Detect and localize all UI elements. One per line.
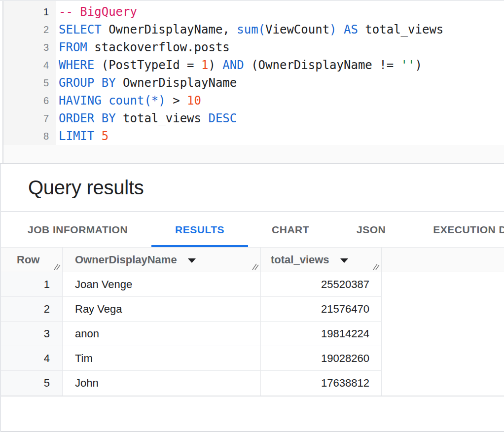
line-number: 7 — [3, 109, 49, 127]
code-token: (OwnerDisplayName != — [244, 58, 401, 72]
line-number: 4 — [3, 56, 49, 74]
code-token: ORDER BY — [59, 111, 116, 125]
results-footer-area — [1, 397, 504, 432]
line-number: 2 — [3, 21, 49, 38]
tab-json[interactable]: JSON — [333, 212, 409, 247]
code-token: SELECT — [59, 23, 102, 36]
tab-label: EXECUTION DETAILS — [433, 224, 504, 236]
code-line[interactable]: HAVING count(*) > 10 — [59, 92, 504, 109]
query-results-panel: Query results JOB INFORMATIONRESULTSCHAR… — [0, 164, 504, 432]
code-line[interactable]: GROUP BY OwnerDisplayName — [59, 74, 504, 92]
tab-execution-details[interactable]: EXECUTION DETAILS — [409, 212, 504, 247]
code-token: GROUP BY — [59, 76, 116, 90]
sql-editor-inner: 12345678 -- BigQuerySELECT OwnerDisplayN… — [2, 1, 504, 163]
filler-cell — [382, 297, 504, 322]
tab-results[interactable]: RESULTS — [151, 212, 248, 247]
results-tab-bar: JOB INFORMATIONRESULTSCHARTJSONEXECUTION… — [1, 212, 504, 248]
code-line[interactable]: ORDER BY total_views DESC — [59, 109, 504, 127]
tab-label: CHART — [272, 224, 309, 236]
filler-cell — [382, 346, 504, 371]
code-line[interactable]: LIMIT 5 — [59, 127, 504, 145]
total-views-cell: 21576470 — [261, 297, 382, 322]
code-token — [337, 23, 344, 36]
results-table: Row OwnerDisplayName total_views — [1, 248, 504, 396]
sort-dropdown-icon[interactable] — [340, 258, 348, 263]
tab-label: JSON — [357, 224, 386, 236]
tab-label: JOB INFORMATION — [28, 224, 128, 236]
code-token: > — [166, 94, 187, 108]
code-token: OwnerDisplayName, — [102, 23, 237, 36]
bigquery-query-panel: 12345678 -- BigQuerySELECT OwnerDisplayN… — [0, 0, 504, 433]
row-number-cell: 5 — [1, 371, 63, 396]
row-number-cell: 2 — [1, 297, 63, 322]
code-token: sum( — [237, 23, 265, 36]
column-label: OwnerDisplayName — [75, 253, 177, 266]
column-resize-handle[interactable] — [252, 263, 259, 270]
total-views-cell: 19814224 — [261, 322, 382, 346]
code-token: LIMIT — [59, 129, 94, 143]
code-token: -- BigQuery — [59, 5, 137, 19]
code-token: stackoverflow.posts — [87, 40, 230, 54]
editor-scrollbar-area[interactable] — [3, 145, 504, 163]
code-line[interactable]: SELECT OwnerDisplayName, sum(ViewCount) … — [59, 21, 504, 38]
line-number: 3 — [3, 38, 49, 56]
code-token: ) — [415, 58, 422, 72]
code-token: 1 — [201, 58, 208, 72]
code-token — [102, 94, 108, 108]
owner-name-cell: John — [63, 371, 261, 396]
code-token: count(*) — [108, 94, 166, 108]
editor-code-area[interactable]: -- BigQuerySELECT OwnerDisplayName, sum(… — [56, 1, 504, 145]
code-token: WHERE — [59, 58, 94, 72]
code-line[interactable]: WHERE (PostTypeId = 1) AND (OwnerDisplay… — [59, 56, 504, 74]
owner-name-cell: Joan Venge — [63, 272, 261, 297]
column-label: total_views — [271, 253, 329, 266]
code-token: AND — [222, 58, 244, 72]
code-line[interactable]: -- BigQuery — [59, 3, 504, 21]
code-line[interactable]: FROM stackoverflow.posts — [59, 38, 504, 56]
code-token: '' — [401, 58, 415, 72]
query-results-header: Query results — [1, 164, 504, 212]
sort-dropdown-icon[interactable] — [188, 258, 196, 263]
column-header-ownerdisplayname[interactable]: OwnerDisplayName — [63, 248, 261, 272]
query-results-title: Query results — [28, 177, 144, 199]
tab-job-information[interactable]: JOB INFORMATION — [4, 212, 151, 247]
column-header-filler — [382, 248, 504, 272]
code-token — [94, 129, 101, 143]
code-token: DESC — [208, 111, 237, 125]
line-number: 5 — [3, 74, 49, 92]
editor-gutter: 12345678 — [3, 1, 56, 145]
total-views-cell: 25520387 — [261, 272, 382, 297]
sql-editor-main: 12345678 -- BigQuerySELECT OwnerDisplayN… — [3, 1, 504, 145]
column-resize-handle[interactable] — [54, 263, 61, 270]
line-number: 6 — [3, 92, 49, 109]
row-number-cell: 4 — [1, 346, 63, 371]
code-token: ) — [208, 58, 222, 72]
total-views-cell: 17638812 — [261, 371, 382, 396]
column-resize-handle[interactable] — [373, 263, 380, 270]
total-views-cell: 19028260 — [261, 346, 382, 371]
line-number: 8 — [3, 127, 49, 145]
code-token: total_views — [116, 111, 209, 125]
code-token: FROM — [59, 40, 87, 54]
filler-cell — [382, 322, 504, 346]
owner-name-cell: Ray Vega — [63, 297, 261, 322]
code-token: (PostTypeId = — [94, 58, 201, 72]
sql-editor: 12345678 -- BigQuerySELECT OwnerDisplayN… — [0, 0, 504, 164]
tab-chart[interactable]: CHART — [248, 212, 333, 247]
code-token: 5 — [102, 129, 108, 143]
code-token: AS — [344, 23, 358, 36]
line-number: 1 — [3, 3, 49, 21]
owner-name-cell: anon — [63, 322, 261, 346]
column-header-total-views[interactable]: total_views — [261, 248, 382, 272]
row-number-cell: 3 — [1, 322, 63, 346]
code-token: HAVING — [59, 94, 102, 108]
code-token: ) — [329, 23, 336, 36]
column-header-row[interactable]: Row — [1, 248, 63, 272]
owner-name-cell: Tim — [63, 346, 261, 371]
row-number-cell: 1 — [1, 272, 63, 297]
code-token: OwnerDisplayName — [116, 76, 237, 90]
tab-label: RESULTS — [175, 224, 224, 236]
column-label: Row — [17, 253, 39, 266]
code-token: ViewCount — [265, 23, 329, 36]
filler-cell — [382, 371, 504, 396]
